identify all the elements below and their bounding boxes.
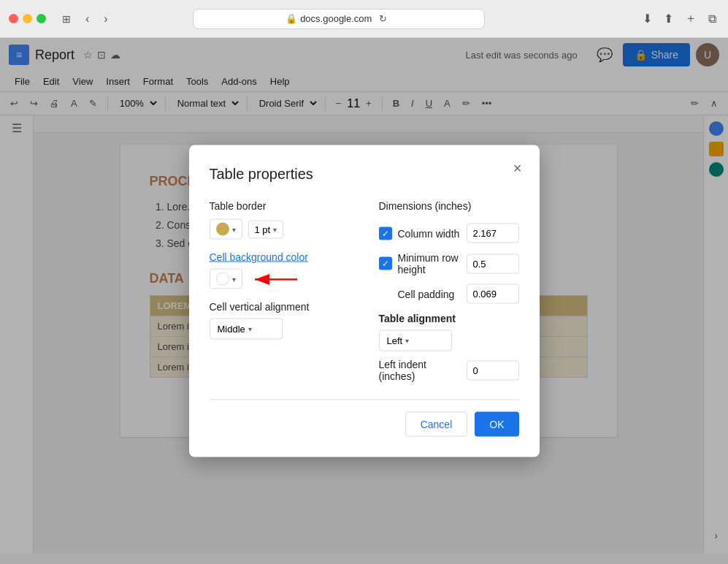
table-border-label: Table border [210, 200, 350, 212]
cell-vertical-align-value: Middle [218, 324, 245, 335]
cell-vertical-align-section: Cell vertical alignment Middle ▾ [210, 301, 350, 340]
column-width-label: Column width [398, 227, 461, 239]
app-area: ≡ Report ☆ ⊡ ☁ Last edit was seconds ago… [0, 38, 728, 564]
modal-footer: Cancel OK [210, 400, 519, 437]
cell-padding-input[interactable] [467, 284, 519, 304]
back-button[interactable]: ‹ [81, 9, 93, 28]
cancel-button[interactable]: Cancel [405, 412, 468, 437]
fullscreen-traffic-light[interactable] [37, 14, 46, 23]
min-row-height-checkbox[interactable]: ✓ [379, 257, 392, 270]
bg-color-arrow-icon: ▾ [232, 275, 236, 283]
modal-title: Table properties [210, 166, 519, 183]
dimensions-label: Dimensions (inches) [379, 200, 519, 212]
reload-button[interactable]: ↻ [375, 10, 391, 27]
minimize-traffic-light[interactable] [23, 14, 32, 23]
lock-icon: 🔒 [286, 13, 297, 24]
table-properties-modal: Table properties × Table border ▾ 1 pt ▾ [189, 145, 540, 457]
min-row-height-label: Minimum row height [398, 252, 461, 275]
left-indent-row: Left indent (inches) [379, 359, 519, 382]
table-alignment-arrow-icon: ▾ [405, 337, 409, 345]
bg-color-button[interactable]: ▾ [210, 269, 242, 289]
new-tab-button[interactable]: ＋ [682, 8, 700, 29]
bg-color-row: ▾ [210, 269, 350, 289]
tab-overview-button[interactable]: ⧉ [705, 8, 719, 29]
forward-button[interactable]: › [99, 9, 112, 28]
red-arrow-indicator [246, 265, 304, 294]
cell-padding-row: Cell padding [379, 284, 519, 304]
cell-vertical-align-select[interactable]: Middle ▾ [210, 319, 283, 340]
left-indent-label: Left indent (inches) [379, 359, 461, 382]
traffic-lights [9, 14, 46, 23]
border-width-value: 1 pt [255, 224, 271, 235]
url-text: docs.google.com [300, 13, 372, 24]
border-color-swatch [216, 223, 229, 236]
border-controls-row: ▾ 1 pt ▾ [210, 219, 350, 240]
sidebar-toggle-button[interactable]: ⊞ [58, 10, 75, 28]
table-alignment-select[interactable]: Left ▾ [379, 330, 452, 351]
share-browser-button[interactable]: ⬆ [661, 8, 676, 29]
min-row-height-input[interactable] [467, 254, 519, 273]
table-alignment-value: Left [387, 335, 403, 346]
min-row-height-row: ✓ Minimum row height [379, 252, 519, 275]
cell-background-label[interactable]: Cell background color [210, 251, 350, 263]
browser-actions: ⬇ ⬆ ＋ ⧉ [640, 8, 719, 29]
border-color-arrow-icon: ▾ [232, 225, 236, 233]
border-color-button[interactable]: ▾ [210, 219, 242, 240]
modal-body: Table border ▾ 1 pt ▾ Cell background co… [210, 200, 519, 382]
table-alignment-section: Table alignment Left ▾ Left indent (inch… [379, 313, 519, 382]
modal-right-column: Dimensions (inches) ✓ Column width ✓ Min… [379, 200, 519, 382]
column-width-checkbox[interactable]: ✓ [379, 226, 392, 240]
browser-chrome: ⊞ ‹ › 🔒 docs.google.com ↻ ⬇ ⬆ ＋ ⧉ [0, 0, 728, 38]
left-indent-input[interactable] [467, 360, 519, 380]
ok-button[interactable]: OK [475, 412, 518, 437]
address-bar[interactable]: 🔒 docs.google.com ↻ [193, 9, 485, 29]
modal-close-button[interactable]: × [507, 157, 528, 180]
close-traffic-light[interactable] [9, 14, 18, 23]
column-width-input[interactable] [467, 224, 519, 243]
table-alignment-label: Table alignment [379, 313, 519, 324]
cell-vertical-align-label: Cell vertical alignment [210, 301, 350, 313]
download-button[interactable]: ⬇ [640, 8, 655, 29]
border-width-arrow-icon: ▾ [273, 225, 277, 233]
column-width-row: ✓ Column width [379, 224, 519, 243]
bg-color-swatch [216, 273, 229, 286]
cell-vertical-align-arrow-icon: ▾ [248, 325, 252, 333]
modal-left-column: Table border ▾ 1 pt ▾ Cell background co… [210, 200, 350, 382]
cell-padding-label: Cell padding [398, 288, 461, 300]
border-width-button[interactable]: 1 pt ▾ [248, 220, 284, 238]
cell-background-section: Cell background color ▾ [210, 251, 350, 289]
